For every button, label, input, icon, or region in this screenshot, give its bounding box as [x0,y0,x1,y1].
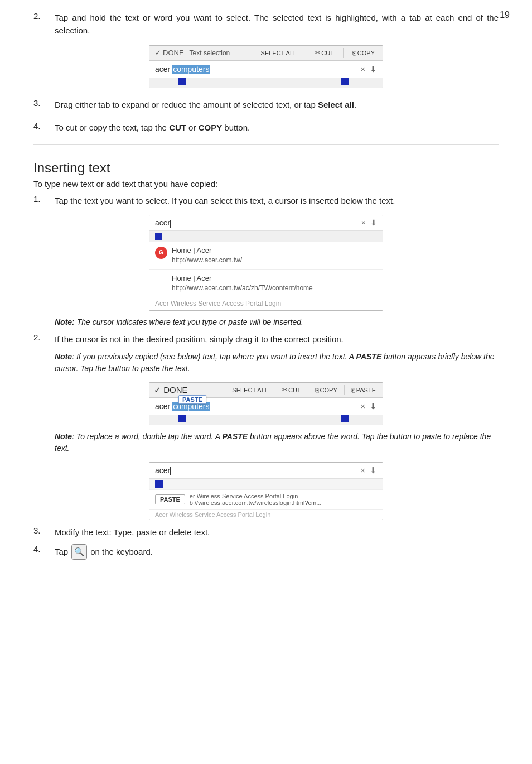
paste-sep3 [344,385,345,395]
ss-result-1-url[interactable]: http://www.acer.com.tw/ [172,256,242,265]
left-tab-handle[interactable] [178,78,186,85]
copy-icon: ⎘ [352,50,356,56]
paste-right-tab[interactable] [341,415,349,422]
close-icon-1[interactable]: × [360,64,365,74]
cut-button-1[interactable]: ✂ CUT [313,49,336,57]
cut-label: CUT [321,50,334,56]
ss-result-2-text: Home | Acer http://www.acer.com.tw/ac/zh… [155,273,313,293]
ins-step-1-text: Tap the text you want to select. If you … [55,194,499,207]
check-icon: ✓ [155,49,161,57]
select-all-button[interactable]: SELECT ALL [259,49,299,57]
wb-top: acer × ⬇ [149,463,383,479]
search-key-icon: 🔍 [74,545,85,558]
tab-handles-row [149,78,383,88]
right-tab-handle[interactable] [341,78,349,85]
input-actions-1: × ⬇ [360,64,377,74]
note-3-paste: PASTE [222,432,248,441]
ins-step-2-number: 2. [33,333,55,342]
paste-check-icon: ✓ [154,385,161,395]
ss-result-2-url[interactable]: http://www.acer.com.tw/ac/zh/TW/content/… [172,284,313,293]
paste-sep1 [275,385,275,395]
step-2-number: 2. [33,11,55,21]
wb-fade: Acer Wireless Service Access Portal Logi… [149,510,383,520]
ss-input[interactable]: acer [155,218,357,227]
page-number: 19 [500,10,510,20]
paste-select-all-button[interactable]: SELECT ALL [230,386,270,394]
note-3-label: Note [55,432,72,441]
paste-copy-icon: ⎘ [315,387,319,393]
ins-step-1-number: 1. [33,194,55,204]
note-1-label: Note: [55,318,75,326]
note-2-paste: PASTE [356,352,382,361]
ins-step-4-text: Tap 🔍 on the keyboard. [55,544,499,560]
paste-paste-button[interactable]: ⎗ PASTE [349,386,378,394]
cursor-bar [170,220,171,228]
ss-cursor-tab[interactable] [155,233,162,240]
cut-icon: ✂ [315,49,320,56]
wb-input[interactable]: acer [155,466,356,475]
copy-bold: COPY [199,123,223,132]
paste-plain-text: acer [155,402,172,411]
paste-mic-icon[interactable]: ⬇ [370,401,377,411]
ss-result-1: G Home | Acer http://www.acer.com.tw/ [149,242,383,270]
wb-paste-url: er Wireless Service Access Portal Login … [190,493,322,506]
wb-close-icon[interactable]: × [360,465,365,475]
ss-result-2: Home | Acer http://www.acer.com.tw/ac/zh… [149,270,383,297]
paste-cut-icon: ✂ [282,386,287,393]
ss-chrome-icon: G [155,247,167,259]
paste-copy-button[interactable]: ⎘ COPY [313,386,340,394]
wb-paste-btn[interactable]: PASTE [155,494,185,504]
wb-cursor-tab[interactable] [155,480,163,488]
ins-step-3-text: Modify the text: Type, paste or delete t… [55,526,499,539]
note-3-text: : To replace a word, double tap the word… [72,432,222,441]
step-3-number: 3. [33,98,55,108]
note-1: Note: The cursor indicates where text yo… [55,316,499,328]
note-2-label: Note [55,352,72,361]
cut-bold: CUT [169,123,186,132]
note-2-text: : If you previously copied (see below) t… [72,352,356,361]
ss-input-actions: × ⬇ [361,218,377,227]
input-highlighted-text: computers [172,65,210,74]
paste-paste-label: PASTE [356,387,376,393]
paste-left-tab[interactable] [178,415,186,422]
note-2: Note: If you previously copied (see belo… [55,351,499,374]
wb-cursor [170,467,171,475]
section-divider [33,144,499,145]
ss-result-1-title: Home | Acer [172,246,242,256]
ss-mic-icon[interactable]: ⬇ [370,218,377,227]
input-text-1[interactable]: acer computers [155,65,356,74]
copy-button-1[interactable]: ⎘ COPY [350,49,377,57]
step-2-text: Tap and hold the text or word you want t… [55,11,499,37]
paste-paste-icon: ⎗ [351,387,355,393]
mic-icon-1[interactable]: ⬇ [370,64,377,74]
text-selection-label: Text selection [190,49,253,57]
paste-cut-button[interactable]: ✂ CUT [280,386,303,394]
wb-mic-icon[interactable]: ⬇ [370,465,377,475]
ss-result-2-title: Home | Acer [172,273,313,284]
inserting-text-title: Inserting text [33,160,499,176]
search-keyboard-button[interactable]: 🔍 [71,544,87,560]
input-row-1: acer computers × ⬇ [149,61,383,78]
paste-done-check[interactable]: ✓ DONE [154,385,188,395]
paste-tabs-row [149,415,383,425]
step-4-number: 4. [33,121,55,131]
paste-copy-label: COPY [320,387,337,393]
note-1-text: The cursor indicates where text you type… [75,318,303,326]
paste-done-label: DONE [163,385,187,395]
ins-step-4-number: 4. [33,544,55,554]
word-paste-box: acer × ⬇ PASTE er Wireless Service Acces… [149,462,383,520]
done-label[interactable]: DONE [163,49,184,57]
ss-close-icon[interactable]: × [361,218,366,227]
paste-floating-btn[interactable]: PASTE [178,395,206,404]
paste-close-icon[interactable]: × [360,401,365,411]
intro-line: To type new text or add text that you ha… [33,179,499,189]
separator2 [343,48,344,58]
input-plain-text: acer [155,65,172,74]
wb-actions: × ⬇ [360,465,377,475]
wb-paste-row: PASTE er Wireless Service Access Portal … [149,490,383,510]
step-4-text: To cut or copy the text, tap the CUT or … [55,121,499,134]
done-check[interactable]: ✓ DONE [155,49,184,57]
step-3-text: Drag either tab to expand or reduce the … [55,98,499,111]
ins-step-3-number: 3. [33,526,55,535]
paste-toolbar-row: ✓ DONE SELECT ALL ✂ CUT ⎘ COPY ⎗ PASTE P… [149,383,383,398]
